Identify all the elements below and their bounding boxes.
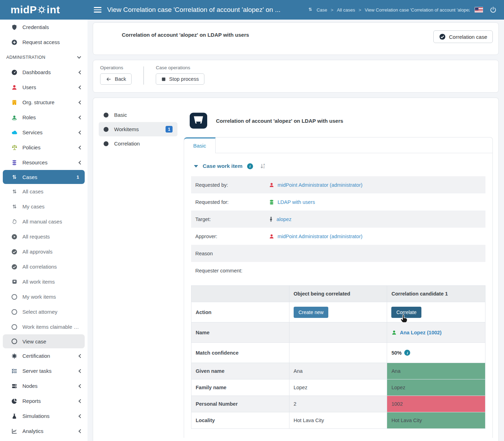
sidebar-item-services[interactable]: Services xyxy=(0,125,88,140)
attribute-row-locality: Locality Hot Lava City Hot Lava City xyxy=(191,412,485,429)
chart-line-icon xyxy=(10,428,18,434)
requested-by-link[interactable]: midPoint Administrator (administrator) xyxy=(269,182,363,188)
sidebar: Credentials Request access ADMINISTRATIO… xyxy=(0,20,88,441)
back-button[interactable]: Back xyxy=(100,73,132,85)
case-work-item-section-header: Case work item AZ xyxy=(191,162,485,176)
breadcrumb-root[interactable]: Case xyxy=(316,7,327,13)
workitem-tab-card: Basic Case work item AZ Requested by: xyxy=(184,137,493,438)
requested-for-link[interactable]: LDAP with users xyxy=(269,199,315,205)
approver-link[interactable]: midPoint Administrator (administrator) xyxy=(269,234,363,239)
sidebar-item-policies[interactable]: Policies xyxy=(0,140,88,155)
top-header: midP int View Correlation case 'Correlat… xyxy=(0,0,504,20)
server-icon xyxy=(10,383,18,389)
chevron-left-icon xyxy=(78,161,82,164)
rosette-icon xyxy=(10,353,18,359)
flask-icon xyxy=(10,413,18,419)
target-link[interactable]: alopez xyxy=(269,216,292,222)
sidebar-item-request-access[interactable]: Request access xyxy=(0,35,88,50)
play-circle-icon xyxy=(10,234,18,240)
sidebar-item-my-work-items[interactable]: My work items xyxy=(0,289,88,304)
sidebar-item-view-case[interactable]: View case xyxy=(3,334,85,348)
logout-power-icon[interactable] xyxy=(489,6,497,14)
plus-circle-icon xyxy=(10,39,18,45)
sidebar-item-select-attorney[interactable]: Select attorney xyxy=(0,304,88,319)
circle-outline-icon xyxy=(10,309,18,315)
brand-text-left: midP xyxy=(10,4,37,16)
sidebar-item-dashboards[interactable]: Dashboards xyxy=(0,65,88,80)
stop-square-icon xyxy=(161,77,166,81)
sidebar-item-simulations[interactable]: Simulations xyxy=(0,408,88,424)
sidebar-item-org-structure[interactable]: Org. structure xyxy=(0,95,88,110)
case-icon xyxy=(308,7,313,13)
sidebar-item-all-requests[interactable]: All requests xyxy=(0,229,88,244)
candidate-value-mismatch: 1002 xyxy=(387,396,485,412)
svg-text:A: A xyxy=(263,163,265,166)
sidebar-item-all-correlations[interactable]: All correlations xyxy=(0,259,88,274)
case-icon xyxy=(10,174,18,180)
circle-outline-icon xyxy=(10,324,18,330)
breadcrumb-parent[interactable]: All cases xyxy=(337,7,355,13)
case-detail-card: Basic Workitems 1 Correlation Correlatio… xyxy=(93,98,499,441)
chevron-left-icon xyxy=(78,115,82,119)
attribute-row-given-name: Given name Ana Ana xyxy=(191,363,485,379)
case-nav-workitems[interactable]: Workitems 1 xyxy=(99,122,177,136)
sidebar-item-credentials[interactable]: Credentials xyxy=(0,20,88,35)
case-nav-basic[interactable]: Basic xyxy=(99,108,177,122)
confidence-row: Match confidence 50% xyxy=(191,343,485,363)
chevron-left-icon xyxy=(78,384,82,388)
chevron-left-icon xyxy=(78,399,82,403)
sort-icon[interactable]: AZ xyxy=(260,163,266,169)
role-person-icon xyxy=(10,114,18,121)
workitems-count-badge: 1 xyxy=(166,126,173,133)
field-requester-comment: Requester comment: xyxy=(191,262,485,279)
sidebar-item-analytics[interactable]: Analytics xyxy=(0,424,88,439)
inbox-icon xyxy=(189,112,208,129)
sidebar-item-all-cases[interactable]: All cases xyxy=(0,184,88,199)
chevron-left-icon xyxy=(78,130,82,134)
chevron-left-icon xyxy=(78,100,82,104)
correlation-case-badge: Correlation case xyxy=(433,30,493,43)
breadcrumb: Case > All cases > View Correlation case… xyxy=(308,7,470,13)
sidebar-item-resources[interactable]: Resources xyxy=(0,155,88,170)
midpoint-logo[interactable]: midP int xyxy=(0,4,88,16)
person-green-icon xyxy=(391,330,397,335)
pie-chart-icon xyxy=(10,398,18,404)
sidebar-item-all-approvals[interactable]: All approvals xyxy=(0,244,88,259)
locale-flag-us[interactable] xyxy=(475,7,483,13)
info-icon[interactable] xyxy=(404,350,410,356)
sidebar-item-all-work-items[interactable]: All work items xyxy=(0,274,88,289)
tab-basic[interactable]: Basic xyxy=(184,137,216,153)
chevron-left-icon xyxy=(78,414,82,418)
page-title: View Correlation case 'Correlation of ac… xyxy=(107,6,280,14)
field-target: Target: alopez xyxy=(191,211,485,228)
case-section-nav: Basic Workitems 1 Correlation xyxy=(99,103,177,441)
sidebar-section-administration[interactable]: ADMINISTRATION xyxy=(0,50,88,65)
collapse-caret-icon[interactable] xyxy=(194,165,198,168)
arrow-left-icon xyxy=(106,77,112,82)
sidebar-item-server-tasks[interactable]: Server tasks xyxy=(0,363,88,378)
sidebar-item-all-manual-cases[interactable]: All manual cases xyxy=(0,214,88,229)
workitem-fields: Requested by: midPoint Administrator (ad… xyxy=(191,176,485,279)
chevron-left-icon xyxy=(78,429,82,433)
sidebar-item-reports[interactable]: Reports xyxy=(0,393,88,408)
circle-icon xyxy=(104,141,108,146)
sidebar-item-users[interactable]: Users xyxy=(0,80,88,95)
check-circle-icon xyxy=(439,33,446,40)
correlation-table: Object being correlated Correlation cand… xyxy=(191,285,485,429)
sidebar-item-nodes[interactable]: Nodes xyxy=(0,378,88,393)
sidebar-item-cases[interactable]: Cases 1 xyxy=(3,170,85,184)
chevron-left-icon xyxy=(78,70,82,74)
sidebar-item-certification[interactable]: Certification xyxy=(0,348,88,363)
scales-icon xyxy=(10,144,18,151)
sidebar-item-my-cases[interactable]: My cases xyxy=(0,199,88,214)
sidebar-item-work-items-claimable[interactable]: Work items claimable … xyxy=(0,319,88,334)
stop-process-button[interactable]: Stop process xyxy=(156,73,204,85)
menu-toggle-icon[interactable] xyxy=(94,6,102,14)
sidebar-item-roles[interactable]: Roles xyxy=(0,110,88,125)
info-icon[interactable] xyxy=(247,163,253,169)
create-new-button[interactable]: Create new xyxy=(294,307,329,318)
user-red-icon xyxy=(269,234,274,239)
case-nav-correlation[interactable]: Correlation xyxy=(99,136,177,151)
candidate-name-link[interactable]: Ana Lopez (1002) xyxy=(391,330,481,335)
case-operations-label: Case operations xyxy=(156,65,204,70)
